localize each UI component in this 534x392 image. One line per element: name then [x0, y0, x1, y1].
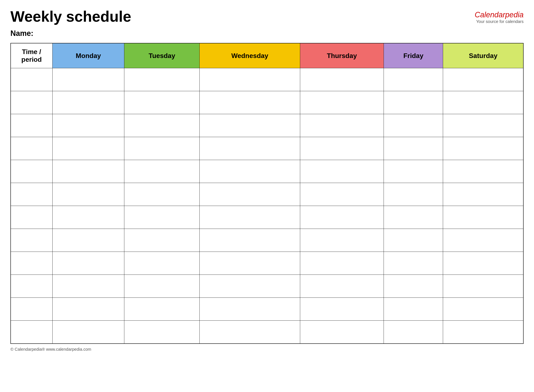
table-cell[interactable] [443, 321, 523, 344]
table-cell[interactable] [200, 206, 300, 229]
table-cell[interactable] [384, 321, 443, 344]
table-cell[interactable] [443, 137, 523, 160]
table-cell[interactable] [11, 91, 52, 114]
table-row [11, 160, 523, 183]
table-cell[interactable] [200, 321, 300, 344]
table-cell[interactable] [11, 275, 52, 298]
table-cell[interactable] [200, 183, 300, 206]
table-cell[interactable] [300, 183, 384, 206]
table-cell[interactable] [384, 183, 443, 206]
table-cell[interactable] [300, 137, 384, 160]
table-cell[interactable] [443, 206, 523, 229]
table-cell[interactable] [124, 321, 200, 344]
table-cell[interactable] [443, 160, 523, 183]
table-cell[interactable] [300, 91, 384, 114]
table-cell[interactable] [300, 298, 384, 321]
table-cell[interactable] [11, 137, 52, 160]
table-cell[interactable] [200, 252, 300, 275]
table-cell[interactable] [124, 68, 200, 91]
table-cell[interactable] [300, 206, 384, 229]
table-cell[interactable] [200, 91, 300, 114]
table-cell[interactable] [11, 229, 52, 252]
table-cell[interactable] [11, 252, 52, 275]
table-cell[interactable] [443, 229, 523, 252]
table-cell[interactable] [124, 114, 200, 137]
table-cell[interactable] [300, 114, 384, 137]
table-cell[interactable] [200, 298, 300, 321]
table-cell[interactable] [124, 206, 200, 229]
table-cell[interactable] [124, 275, 200, 298]
table-cell[interactable] [52, 321, 124, 344]
table-body [11, 68, 523, 344]
table-cell[interactable] [384, 252, 443, 275]
table-cell[interactable] [52, 206, 124, 229]
table-cell[interactable] [200, 275, 300, 298]
table-cell[interactable] [443, 68, 523, 91]
brand-name: Calendarpedia [475, 10, 524, 19]
table-cell[interactable] [200, 137, 300, 160]
table-cell[interactable] [52, 68, 124, 91]
brand-name-regular: Calendar [475, 10, 505, 19]
table-cell[interactable] [300, 321, 384, 344]
table-cell[interactable] [11, 183, 52, 206]
table-cell[interactable] [11, 114, 52, 137]
table-cell[interactable] [443, 275, 523, 298]
table-cell[interactable] [200, 114, 300, 137]
table-cell[interactable] [11, 68, 52, 91]
table-row [11, 252, 523, 275]
table-cell[interactable] [300, 68, 384, 91]
table-cell[interactable] [200, 229, 300, 252]
table-cell[interactable] [384, 68, 443, 91]
table-cell[interactable] [11, 298, 52, 321]
table-cell[interactable] [443, 298, 523, 321]
table-cell[interactable] [200, 68, 300, 91]
page-header: Weekly schedule Calendarpedia Your sourc… [10, 8, 524, 25]
table-cell[interactable] [124, 298, 200, 321]
table-cell[interactable] [384, 206, 443, 229]
table-cell[interactable] [384, 160, 443, 183]
brand-name-italic: pedia [505, 10, 524, 19]
table-cell[interactable] [384, 275, 443, 298]
table-cell[interactable] [52, 114, 124, 137]
schedule-table: Time / period Monday Tuesday Wednesday T… [10, 43, 524, 344]
table-cell[interactable] [443, 252, 523, 275]
table-cell[interactable] [124, 183, 200, 206]
table-cell[interactable] [11, 206, 52, 229]
table-cell[interactable] [384, 229, 443, 252]
table-cell[interactable] [443, 114, 523, 137]
table-cell[interactable] [124, 91, 200, 114]
table-cell[interactable] [443, 91, 523, 114]
table-cell[interactable] [384, 114, 443, 137]
table-cell[interactable] [384, 91, 443, 114]
table-cell[interactable] [52, 298, 124, 321]
table-row [11, 137, 523, 160]
table-cell[interactable] [124, 137, 200, 160]
table-cell[interactable] [124, 229, 200, 252]
table-cell[interactable] [52, 252, 124, 275]
table-cell[interactable] [300, 229, 384, 252]
table-row [11, 206, 523, 229]
col-header-tuesday: Tuesday [124, 43, 200, 68]
table-cell[interactable] [384, 137, 443, 160]
table-cell[interactable] [300, 252, 384, 275]
table-cell[interactable] [124, 252, 200, 275]
page-title: Weekly schedule [10, 8, 131, 25]
table-cell[interactable] [52, 229, 124, 252]
table-cell[interactable] [52, 183, 124, 206]
table-cell[interactable] [200, 160, 300, 183]
table-cell[interactable] [52, 137, 124, 160]
table-row [11, 183, 523, 206]
col-header-friday: Friday [384, 43, 443, 68]
table-cell[interactable] [124, 160, 200, 183]
table-cell[interactable] [300, 275, 384, 298]
table-row [11, 91, 523, 114]
name-label: Name: [10, 29, 524, 38]
table-cell[interactable] [443, 183, 523, 206]
table-cell[interactable] [300, 160, 384, 183]
table-cell[interactable] [384, 298, 443, 321]
table-cell[interactable] [52, 160, 124, 183]
table-cell[interactable] [11, 321, 52, 344]
table-cell[interactable] [52, 91, 124, 114]
table-cell[interactable] [52, 275, 124, 298]
table-cell[interactable] [11, 160, 52, 183]
